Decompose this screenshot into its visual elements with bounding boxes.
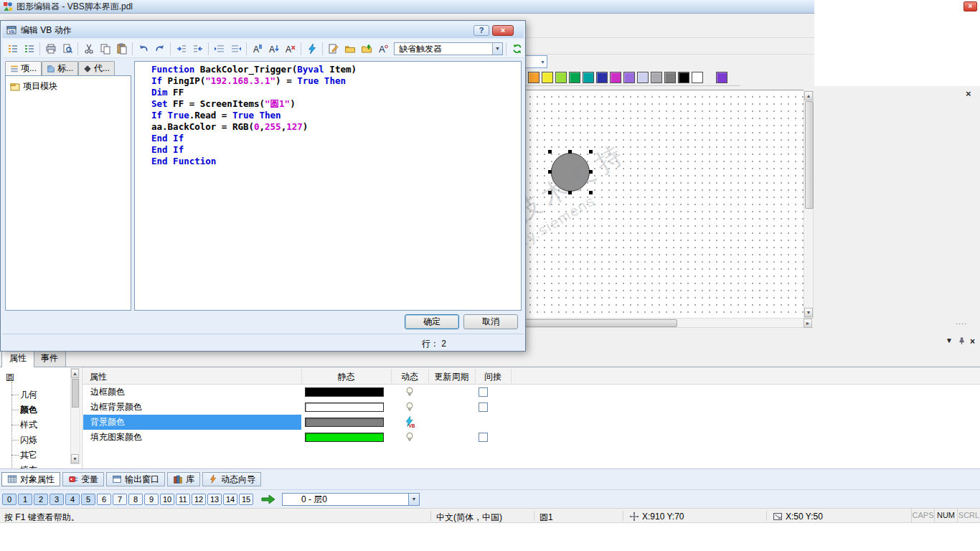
selection-handle[interactable] [548, 150, 552, 154]
outdent-icon[interactable] [190, 42, 205, 56]
help-button[interactable]: ? [473, 25, 489, 36]
ok-button[interactable]: 确定 [405, 314, 459, 329]
selection-handle[interactable] [589, 191, 593, 194]
scroll-down-icon[interactable]: ▼ [71, 454, 79, 463]
property-name-cell[interactable]: 边框颜色 [83, 385, 301, 400]
bulb-icon[interactable] [404, 386, 415, 397]
palette-swatch[interactable] [623, 72, 635, 83]
layer-button-2[interactable]: 2 [34, 494, 48, 505]
palette-swatch[interactable] [596, 72, 608, 83]
layer-button-9[interactable]: 9 [144, 494, 159, 505]
palette-swatch[interactable] [569, 72, 580, 83]
print-icon[interactable] [43, 42, 58, 56]
tab-tags[interactable]: 变量 [62, 472, 104, 486]
layer-button-7[interactable]: 7 [113, 494, 127, 505]
layer-button-6[interactable]: 6 [97, 494, 111, 505]
tree-root-object[interactable]: 圆 [6, 372, 14, 384]
layer-button-10[interactable]: 10 [160, 494, 174, 505]
property-name-cell[interactable]: 背景颜色 [83, 415, 301, 430]
tree-item-project-modules[interactable]: 项目模块 [10, 80, 57, 93]
palette-extra-swatch[interactable] [716, 72, 727, 83]
static-color-swatch[interactable] [305, 418, 384, 427]
property-name-cell[interactable]: 填充图案颜色 [83, 430, 301, 445]
trigger-combobox[interactable]: 缺省触发器▼ [394, 42, 503, 55]
layer-button-13[interactable]: 13 [207, 494, 222, 505]
tree-item-1[interactable]: 颜色 [20, 404, 37, 416]
vertical-scroll-thumb[interactable] [805, 101, 814, 209]
vb-action-icon[interactable]: VB [404, 416, 415, 428]
palette-swatch[interactable] [583, 72, 594, 83]
tab-output-window[interactable]: 输出窗口 [106, 472, 165, 486]
table-row[interactable]: 背景颜色VB [83, 415, 980, 430]
close-button[interactable]: × [492, 25, 514, 36]
tab-dynamic-wizard[interactable]: 动态向导 [202, 472, 261, 486]
palette-swatch[interactable] [637, 72, 649, 83]
edit-action-icon[interactable] [326, 42, 341, 56]
canvas-vertical-scrollbar[interactable]: ▲ ▼ [804, 90, 814, 318]
static-color-swatch[interactable] [305, 402, 384, 412]
layer-button-8[interactable]: 8 [128, 494, 143, 505]
layer-button-3[interactable]: 3 [50, 494, 64, 505]
table-row[interactable]: 填充图案颜色 [83, 430, 980, 445]
code-editor[interactable]: Function BackColor_Trigger(Byval Item)If… [134, 61, 522, 311]
tree-scroll-thumb[interactable] [72, 379, 79, 408]
selection-handle[interactable] [568, 150, 572, 154]
bulb-icon[interactable] [404, 431, 415, 443]
arrow-right-icon[interactable] [260, 493, 276, 506]
layer-button-5[interactable]: 5 [81, 494, 95, 505]
palette-swatch[interactable] [555, 72, 567, 83]
dialog-tab-1[interactable]: 标... [42, 61, 78, 75]
tab-properties[interactable]: 属性 [1, 350, 34, 367]
tab-events[interactable]: 事件 [33, 350, 66, 367]
script-list-icon[interactable] [5, 42, 20, 56]
chevron-down-icon[interactable]: ▼ [946, 336, 953, 344]
table-row[interactable]: 边框颜色 [83, 385, 980, 400]
layer-button-14[interactable]: 14 [223, 494, 237, 505]
paste-icon[interactable] [114, 42, 129, 56]
tab-object-properties[interactable]: 对象属性 [1, 472, 60, 486]
zoom-combo[interactable]: ▼ [526, 55, 547, 68]
tab-library[interactable]: 库 [167, 472, 200, 486]
font-icon[interactable]: A [375, 42, 390, 56]
print-preview-icon[interactable] [60, 42, 75, 56]
palette-swatch[interactable] [528, 72, 540, 83]
refresh-icon[interactable] [509, 42, 524, 56]
scroll-right-icon[interactable]: ► [804, 319, 812, 328]
selection-handle[interactable] [548, 170, 552, 174]
selection-handle[interactable] [589, 150, 593, 154]
syntax-check-icon[interactable] [304, 42, 319, 56]
indirect-checkbox[interactable] [479, 433, 488, 442]
tree-item-4[interactable]: 其它 [20, 449, 37, 461]
scroll-up-icon[interactable]: ▲ [71, 369, 79, 378]
palette-swatch[interactable] [678, 72, 689, 83]
table-row[interactable]: 边框背景颜色 [83, 400, 980, 415]
export-icon[interactable] [359, 42, 374, 56]
palette-swatch[interactable] [692, 72, 703, 83]
palette-swatch[interactable] [664, 72, 676, 83]
close-icon[interactable]: × [963, 1, 977, 11]
cancel-button[interactable]: 取消 [463, 314, 518, 329]
layer-button-15[interactable]: 15 [239, 494, 253, 505]
uncomment-icon[interactable] [228, 42, 243, 56]
undo-icon[interactable] [136, 42, 151, 56]
layer-button-12[interactable]: 12 [192, 494, 206, 505]
comment-icon[interactable] [212, 42, 227, 56]
layer-button-0[interactable]: 0 [2, 494, 17, 505]
indent-icon[interactable] [174, 42, 189, 56]
selection-handle[interactable] [548, 191, 552, 194]
static-color-swatch[interactable] [305, 387, 384, 397]
circle-object[interactable] [551, 153, 590, 192]
bookmark-clear-icon[interactable]: A [283, 42, 298, 56]
layer-combobox[interactable]: 0 - 层0 ▼ [282, 493, 420, 506]
pin-icon[interactable] [957, 336, 966, 346]
palette-swatch[interactable] [651, 72, 662, 83]
bulb-icon[interactable] [404, 401, 415, 413]
selection-handle[interactable] [568, 191, 572, 194]
static-color-swatch[interactable] [305, 433, 384, 442]
bookmark-next-icon[interactable]: A [266, 42, 281, 56]
layer-button-11[interactable]: 11 [176, 494, 190, 505]
tree-item-2[interactable]: 样式 [20, 419, 37, 431]
close-icon[interactable]: × [966, 88, 971, 99]
indirect-checkbox[interactable] [479, 402, 488, 412]
tree-scrollbar[interactable]: ▲ ▼ [70, 368, 80, 464]
